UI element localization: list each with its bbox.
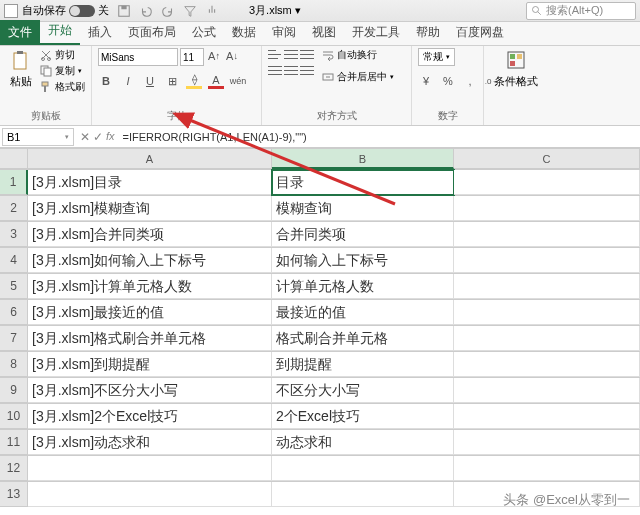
cell-B6[interactable]: 最接近的值 xyxy=(272,300,454,325)
cell-A3[interactable]: [3月.xlsm]合并同类项 xyxy=(28,222,272,247)
row-header-6[interactable]: 6 xyxy=(0,300,28,325)
font-size-input[interactable] xyxy=(180,48,204,66)
cell-C5[interactable] xyxy=(454,274,640,299)
paste-button[interactable]: 粘贴 xyxy=(6,48,36,91)
tab-formulas[interactable]: 公式 xyxy=(184,20,224,45)
row-header-13[interactable]: 13 xyxy=(0,482,28,507)
cell-A6[interactable]: [3月.xlsm]最接近的值 xyxy=(28,300,272,325)
cell-A4[interactable]: [3月.xlsm]如何输入上下标号 xyxy=(28,248,272,273)
cell-A9[interactable]: [3月.xlsm]不区分大小写 xyxy=(28,378,272,403)
merge-button[interactable]: 合并后居中▾ xyxy=(322,70,394,84)
font-color-button[interactable]: A xyxy=(208,73,224,89)
row-header-4[interactable]: 4 xyxy=(0,248,28,273)
col-header-A[interactable]: A xyxy=(28,149,272,169)
filter-icon[interactable] xyxy=(183,4,197,18)
row-header-12[interactable]: 12 xyxy=(0,456,28,481)
tab-view[interactable]: 视图 xyxy=(304,20,344,45)
document-name[interactable]: 3月.xlsm ▾ xyxy=(249,3,301,18)
cell-C3[interactable] xyxy=(454,222,640,247)
autosave-toggle[interactable]: 自动保存 关 xyxy=(22,3,109,18)
cell-C4[interactable] xyxy=(454,248,640,273)
font-name-input[interactable] xyxy=(98,48,178,66)
cell-A1[interactable]: [3月.xlsm]目录 xyxy=(28,170,272,195)
tab-home[interactable]: 开始 xyxy=(40,18,80,45)
tab-file[interactable]: 文件 xyxy=(0,20,40,45)
decrease-font-icon[interactable]: A↓ xyxy=(224,48,240,64)
cell-C12[interactable] xyxy=(454,456,640,481)
redo-icon[interactable] xyxy=(161,4,175,18)
row-header-2[interactable]: 2 xyxy=(0,196,28,221)
vertical-align-buttons[interactable] xyxy=(268,48,314,60)
cell-C2[interactable] xyxy=(454,196,640,221)
currency-button[interactable]: ¥ xyxy=(418,73,434,89)
cell-A12[interactable] xyxy=(28,456,272,481)
touch-icon[interactable] xyxy=(205,4,219,18)
tab-review[interactable]: 审阅 xyxy=(264,20,304,45)
percent-button[interactable]: % xyxy=(440,73,456,89)
cell-C7[interactable] xyxy=(454,326,640,351)
row-header-3[interactable]: 3 xyxy=(0,222,28,247)
cell-B9[interactable]: 不区分大小写 xyxy=(272,378,454,403)
horizontal-align-buttons[interactable] xyxy=(268,64,314,76)
tab-help[interactable]: 帮助 xyxy=(408,20,448,45)
cell-B11[interactable]: 动态求和 xyxy=(272,430,454,455)
cell-A2[interactable]: [3月.xlsm]模糊查询 xyxy=(28,196,272,221)
formula-input[interactable]: =IFERROR(RIGHT(A1,LEN(A1)-9),"") xyxy=(119,128,640,146)
row-header-5[interactable]: 5 xyxy=(0,274,28,299)
cell-A5[interactable]: [3月.xlsm]计算单元格人数 xyxy=(28,274,272,299)
cell-A11[interactable]: [3月.xlsm]动态求和 xyxy=(28,430,272,455)
row-header-7[interactable]: 7 xyxy=(0,326,28,351)
cell-B7[interactable]: 格式刷合并单元格 xyxy=(272,326,454,351)
undo-icon[interactable] xyxy=(139,4,153,18)
col-header-C[interactable]: C xyxy=(454,149,640,169)
bold-button[interactable]: B xyxy=(98,73,114,89)
cell-C11[interactable] xyxy=(454,430,640,455)
tab-baidu[interactable]: 百度网盘 xyxy=(448,20,512,45)
tab-data[interactable]: 数据 xyxy=(224,20,264,45)
cell-A7[interactable]: [3月.xlsm]格式刷合并单元格 xyxy=(28,326,272,351)
underline-button[interactable]: U xyxy=(142,73,158,89)
name-box[interactable]: B1▾ xyxy=(2,128,74,146)
row-header-9[interactable]: 9 xyxy=(0,378,28,403)
cell-C6[interactable] xyxy=(454,300,640,325)
select-all-corner[interactable] xyxy=(0,149,28,169)
cell-A8[interactable]: [3月.xlsm]到期提醒 xyxy=(28,352,272,377)
cell-C1[interactable] xyxy=(454,170,640,195)
row-header-10[interactable]: 10 xyxy=(0,404,28,429)
borders-button[interactable]: ⊞ xyxy=(164,73,180,89)
check-formula-icon[interactable]: ✓ xyxy=(93,130,103,144)
format-painter-button[interactable]: 格式刷 xyxy=(40,80,85,94)
conditional-format-button[interactable]: 条件格式 xyxy=(490,48,542,91)
cell-C10[interactable] xyxy=(454,404,640,429)
cell-A13[interactable] xyxy=(28,482,272,507)
italic-button[interactable]: I xyxy=(120,73,136,89)
cell-B1[interactable]: 目录 xyxy=(272,170,454,195)
spreadsheet-grid[interactable]: A B C xyxy=(0,148,640,169)
fill-color-button[interactable]: ⟠ xyxy=(186,73,202,89)
cell-B12[interactable] xyxy=(272,456,454,481)
tab-layout[interactable]: 页面布局 xyxy=(120,20,184,45)
increase-font-icon[interactable]: A↑ xyxy=(206,48,222,64)
col-header-B[interactable]: B xyxy=(272,149,454,169)
copy-button[interactable]: 复制▾ xyxy=(40,64,85,78)
save-icon[interactable] xyxy=(117,4,131,18)
cell-B3[interactable]: 合并同类项 xyxy=(272,222,454,247)
row-header-8[interactable]: 8 xyxy=(0,352,28,377)
row-header-11[interactable]: 11 xyxy=(0,430,28,455)
cell-B4[interactable]: 如何输入上下标号 xyxy=(272,248,454,273)
cell-B2[interactable]: 模糊查询 xyxy=(272,196,454,221)
toggle-switch[interactable] xyxy=(69,5,95,17)
tab-developer[interactable]: 开发工具 xyxy=(344,20,408,45)
cell-B10[interactable]: 2个Excel技巧 xyxy=(272,404,454,429)
wrap-text-button[interactable]: 自动换行 xyxy=(322,48,394,62)
cell-B13[interactable] xyxy=(272,482,454,507)
fx-icon[interactable]: fx xyxy=(106,130,115,144)
cell-C9[interactable] xyxy=(454,378,640,403)
cut-button[interactable]: 剪切 xyxy=(40,48,85,62)
comma-button[interactable]: , xyxy=(462,73,478,89)
cell-B5[interactable]: 计算单元格人数 xyxy=(272,274,454,299)
cell-B8[interactable]: 到期提醒 xyxy=(272,352,454,377)
phonetic-button[interactable]: wén xyxy=(230,73,246,89)
tab-insert[interactable]: 插入 xyxy=(80,20,120,45)
cancel-formula-icon[interactable]: ✕ xyxy=(80,130,90,144)
